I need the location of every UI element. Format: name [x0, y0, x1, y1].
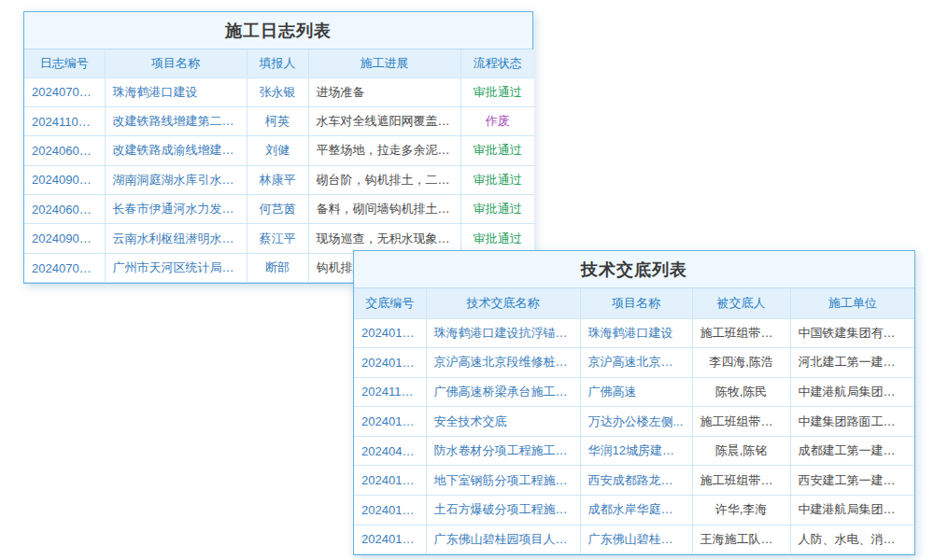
log-col-header-id: 日志编号	[24, 49, 105, 77]
disclosure-name-cell[interactable]: 防水卷材分项工程施工技...	[426, 436, 580, 466]
log-status-badge: 审批通过	[460, 77, 534, 106]
log-table-title: 施工日志列表	[24, 12, 532, 49]
disclosure-unit-cell: 人防、水电、消防暖通...	[790, 525, 914, 554]
disclosure-table-row[interactable]: 2024010003 安全技术交底 万达办公楼左侧... 施工班组带班... 中…	[354, 407, 914, 437]
log-reporter-cell: 刘健	[247, 136, 308, 165]
disclosure-name-cell[interactable]: 地下室钢筋分项工程施工...	[426, 466, 580, 496]
log-id-cell[interactable]: 2024090009	[24, 165, 105, 194]
log-reporter-cell: 张永银	[247, 77, 308, 106]
disclosure-id-cell[interactable]: 2024110001	[354, 377, 426, 407]
log-id-cell[interactable]: 2024110002	[24, 106, 105, 135]
log-table-row[interactable]: 2024060005 长春市伊通河水力发电厂... 何芑茵 备料，砌间墙钩机排土…	[24, 195, 534, 224]
construction-log-table-card: 施工日志列表 日志编号 项目名称 填报人 施工进展 流程状态	[23, 11, 533, 284]
page-background: 施工日志列表 日志编号 项目名称 填报人 施工进展 流程状态	[0, 0, 934, 560]
disclosure-unit-cell: 成都建工第一建筑有...	[790, 436, 914, 466]
disclosure-project-cell[interactable]: 广东佛山碧桂园项目	[580, 525, 692, 554]
log-progress-cell: 现场巡查，无积水现象，水...	[308, 224, 460, 253]
disclosure-col-header-unit: 施工单位	[790, 288, 914, 318]
log-table-row[interactable]: 2024090009 云南水利枢纽潜明水库一... 蔡江平 现场巡查，无积水现象…	[24, 224, 534, 253]
log-reporter-cell: 蔡江平	[247, 224, 308, 253]
log-progress-cell: 水车对全线遮阳网覆盖点进...	[308, 106, 460, 135]
disclosure-col-header-person: 被交底人	[692, 288, 790, 318]
disclosure-unit-cell: 中建集团路面工程有...	[790, 407, 914, 437]
disclosure-table-row[interactable]: 2024010001 广东佛山碧桂园项目人防... 广东佛山碧桂园项目 王海施工…	[354, 525, 914, 554]
log-project-cell[interactable]: 改建铁路成渝线增建第二...	[105, 136, 247, 165]
disclosure-project-cell[interactable]: 华润12城房建工程...	[580, 436, 692, 466]
disclosure-id-cell[interactable]: 2024010004	[354, 348, 426, 378]
disclosure-table-row[interactable]: 2024110001 广佛高速桥梁承台施工技... 广佛高速 陈牧,陈民 中建港…	[354, 377, 914, 407]
disclosure-table-row[interactable]: 2024010004 京沪高速北京段维修桩锚... 京沪高速北京段维修 李四海,…	[354, 348, 914, 378]
disclosure-unit-cell: 中建港航局集团有限...	[790, 377, 914, 407]
log-progress-cell: 进场准备	[308, 77, 460, 106]
disclosure-person-cell: 王海施工队全队	[692, 525, 790, 554]
log-progress-cell: 砌台阶，钩机排土，二包砌...	[308, 165, 460, 194]
disclosure-project-cell[interactable]: 万达办公楼左侧...	[580, 407, 692, 437]
disclosure-project-cell[interactable]: 西安成都路龙湖上...	[580, 466, 692, 496]
log-col-header-reporter: 填报人	[247, 49, 308, 77]
disclosure-id-cell[interactable]: 2024010002	[354, 496, 426, 525]
disclosure-table-body: 2024010003 珠海鹤港口建设抗浮锚杆... 珠海鹤港口建设 施工班组带班…	[354, 318, 914, 554]
disclosure-table-header-row: 交底编号 技术交底名称 项目名称 被交底人 施工单位	[354, 288, 914, 318]
disclosure-table-row[interactable]: 2024040001 防水卷材分项工程施工技... 华润12城房建工程... 陈…	[354, 436, 914, 466]
log-id-cell[interactable]: 2024060006	[24, 136, 105, 165]
disclosure-col-header-name: 技术交底名称	[426, 288, 580, 318]
disclosure-unit-cell: 中建港航局集团有限...	[790, 496, 914, 525]
log-id-cell[interactable]: 2024070011	[24, 77, 105, 106]
log-table: 日志编号 项目名称 填报人 施工进展 流程状态 2024070011 珠海鹤港口…	[24, 49, 534, 283]
log-project-cell[interactable]: 改建铁路线增建第二线直...	[105, 106, 247, 135]
disclosure-table-row[interactable]: 2024010002 地下室钢筋分项工程施工... 西安成都路龙湖上... 施工…	[354, 466, 914, 496]
disclosure-table-row[interactable]: 2024010002 土石方爆破分项工程施工... 成都水岸华庭名苑... 许华…	[354, 496, 914, 525]
disclosure-id-cell[interactable]: 2024010001	[354, 525, 426, 554]
log-reporter-cell: 柯英	[247, 106, 308, 135]
disclosure-person-cell: 许华,李海	[692, 496, 790, 525]
log-col-header-project: 项目名称	[105, 49, 247, 77]
disclosure-person-cell: 李四海,陈浩	[692, 348, 790, 378]
disclosure-id-cell[interactable]: 2024040001	[354, 436, 426, 466]
disclosure-unit-cell: 河北建工第一建筑有...	[790, 348, 914, 378]
log-status-badge: 审批通过	[460, 224, 534, 253]
disclosure-id-cell[interactable]: 2024010002	[354, 466, 426, 496]
log-table-row[interactable]: 2024070011 珠海鹤港口建设 张永银 进场准备 审批通过	[24, 77, 534, 106]
log-project-cell[interactable]: 珠海鹤港口建设	[105, 77, 247, 106]
disclosure-name-cell[interactable]: 土石方爆破分项工程施工...	[426, 496, 580, 525]
log-progress-cell: 备料，砌间墙钩机排土，瓦...	[308, 195, 460, 224]
disclosure-table-row[interactable]: 2024010003 珠海鹤港口建设抗浮锚杆... 珠海鹤港口建设 施工班组带班…	[354, 318, 914, 348]
disclosure-name-cell[interactable]: 珠海鹤港口建设抗浮锚杆...	[426, 318, 580, 348]
disclosure-project-cell[interactable]: 成都水岸华庭名苑...	[580, 496, 692, 525]
log-table-header-row: 日志编号 项目名称 填报人 施工进展 流程状态	[24, 49, 534, 77]
disclosure-person-cell: 施工班组带班...	[692, 466, 790, 496]
disclosure-project-cell[interactable]: 广佛高速	[580, 377, 692, 407]
log-project-cell[interactable]: 长春市伊通河水力发电厂...	[105, 195, 247, 224]
log-id-cell[interactable]: 2024070011	[24, 253, 105, 282]
disclosure-id-cell[interactable]: 2024010003	[354, 318, 426, 348]
log-project-cell[interactable]: 云南水利枢纽潜明水库一...	[105, 224, 247, 253]
disclosure-name-cell[interactable]: 广佛高速桥梁承台施工技...	[426, 377, 580, 407]
disclosure-id-cell[interactable]: 2024010003	[354, 407, 426, 437]
log-table-row[interactable]: 2024110002 改建铁路线增建第二线直... 柯英 水车对全线遮阳网覆盖点…	[24, 106, 534, 135]
log-reporter-cell: 何芑茵	[247, 195, 308, 224]
disclosure-unit-cell: 西安建工第一建筑有...	[790, 466, 914, 496]
log-table-row[interactable]: 2024060006 改建铁路成渝线增建第二... 刘健 平整场地，拉走多余泥土…	[24, 136, 534, 165]
disclosure-col-header-id: 交底编号	[354, 288, 426, 318]
log-project-cell[interactable]: 广州市天河区统计局机房...	[105, 253, 247, 282]
disclosure-unit-cell: 中国铁建集团有限公司	[790, 318, 914, 348]
disclosure-person-cell: 施工班组带班...	[692, 407, 790, 437]
disclosure-project-cell[interactable]: 珠海鹤港口建设	[580, 318, 692, 348]
log-status-badge: 作废	[460, 106, 534, 135]
disclosure-name-cell[interactable]: 京沪高速北京段维修桩锚...	[426, 348, 580, 378]
technical-disclosure-table-card: 技术交底列表 交底编号 技术交底名称 项目名称 被交底人 施工单位	[353, 250, 915, 555]
disclosure-name-cell[interactable]: 广东佛山碧桂园项目人防...	[426, 525, 580, 554]
log-status-badge: 审批通过	[460, 136, 534, 165]
log-progress-cell: 平整场地，拉走多余泥土15...	[308, 136, 460, 165]
log-table-row[interactable]: 2024090009 湖南洞庭湖水库引水工程... 林康平 砌台阶，钩机排土，二…	[24, 165, 534, 194]
disclosure-name-cell[interactable]: 安全技术交底	[426, 407, 580, 437]
log-project-cell[interactable]: 湖南洞庭湖水库引水工程...	[105, 165, 247, 194]
log-reporter-cell: 林康平	[247, 165, 308, 194]
disclosure-table: 交底编号 技术交底名称 项目名称 被交底人 施工单位 2024010003 珠海…	[354, 288, 914, 554]
log-id-cell[interactable]: 2024060005	[24, 195, 105, 224]
log-status-badge: 审批通过	[460, 195, 534, 224]
disclosure-project-cell[interactable]: 京沪高速北京段维修	[580, 348, 692, 378]
log-status-badge: 审批通过	[460, 165, 534, 194]
log-id-cell[interactable]: 2024090009	[24, 224, 105, 253]
log-col-header-progress: 施工进展	[308, 49, 460, 77]
